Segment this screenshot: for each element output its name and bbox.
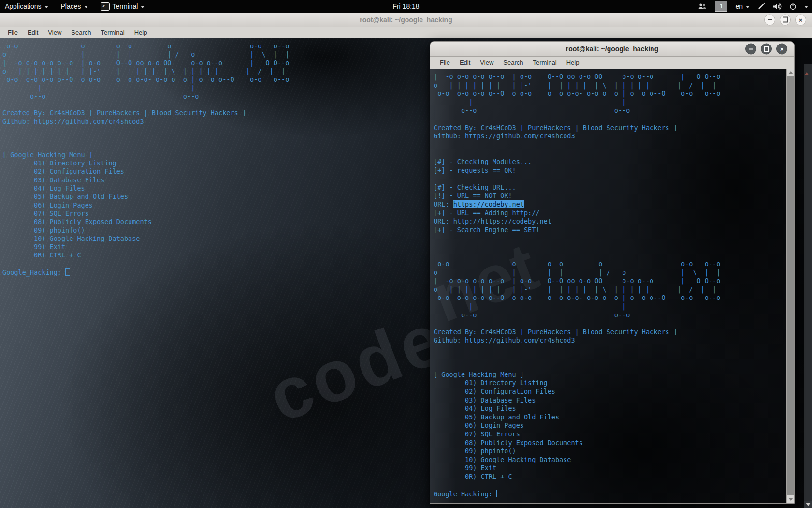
fg-menubar: FileEditViewSearchTerminalHelp <box>430 57 794 69</box>
terminal-app-icon: >_ <box>101 2 110 11</box>
bg-menubar: FileEditViewSearchTerminalHelp <box>0 27 812 39</box>
menu-edit[interactable]: Edit <box>23 28 43 38</box>
gnome-top-bar: Applications Places >_ Terminal Fri 18:1… <box>0 0 812 13</box>
fg-close-button[interactable]: × <box>776 44 787 55</box>
fg-terminal-area[interactable]: net | -o o-o o-o o--o | o-o O--O oo o-o … <box>430 69 794 503</box>
bg-window-titlebar[interactable]: root@kali: ~/google_hacking × <box>0 13 812 27</box>
menu-view[interactable]: View <box>43 28 66 38</box>
menu-search[interactable]: Search <box>66 28 96 38</box>
chevron-down-icon <box>141 6 145 8</box>
volume-icon[interactable] <box>773 3 782 10</box>
fg-maximize-button[interactable] <box>761 44 772 55</box>
chevron-down-icon <box>44 6 48 8</box>
tablet-pen-icon[interactable] <box>757 2 765 10</box>
system-menu-caret[interactable] <box>804 6 808 8</box>
bg-maximize-button[interactable] <box>780 14 791 25</box>
clock[interactable]: Fri 18:18 <box>392 2 419 10</box>
fg-scrollbar-thumb[interactable] <box>787 76 794 495</box>
menu-search[interactable]: Search <box>498 58 528 68</box>
bg-minimize-button[interactable] <box>764 14 775 25</box>
terminal-menu-label: Terminal <box>113 2 138 10</box>
bg-scrollbar[interactable] <box>804 64 812 508</box>
selected-text: https://codeby.net <box>453 200 524 208</box>
fg-window-titlebar[interactable]: root@kali: ~/google_hacking × <box>430 42 794 57</box>
menu-help[interactable]: Help <box>562 58 584 68</box>
workspace-indicator[interactable]: 1 <box>715 1 727 12</box>
applications-label: Applications <box>5 2 42 10</box>
terminal-cursor <box>496 490 501 497</box>
desktop: root@kali: ~/google_hacking × FileEditVi… <box>0 0 812 508</box>
bg-window-title: root@kali: ~/google_hacking <box>360 16 452 24</box>
menu-file[interactable]: File <box>435 58 455 68</box>
menu-view[interactable]: View <box>475 58 498 68</box>
bg-scroll-up-arrow[interactable] <box>804 64 809 75</box>
places-label: Places <box>61 2 81 10</box>
language-selector[interactable]: en <box>735 2 750 10</box>
users-icon[interactable] <box>697 3 707 10</box>
foreground-terminal-window: root@kali: ~/google_hacking × FileEditVi… <box>430 41 795 504</box>
power-icon[interactable] <box>789 3 797 10</box>
menu-edit[interactable]: Edit <box>455 58 475 68</box>
menu-help[interactable]: Help <box>130 28 152 38</box>
places-menu[interactable]: Places <box>61 2 88 10</box>
fg-terminal-output: | -o o-o o-o o--o | o-o O--O oo o-o OO o… <box>430 69 786 499</box>
menu-file[interactable]: File <box>3 28 23 38</box>
menu-terminal[interactable]: Terminal <box>528 58 562 68</box>
terminal-cursor <box>65 268 70 276</box>
menu-terminal[interactable]: Terminal <box>96 28 130 38</box>
bg-close-button[interactable]: × <box>795 14 806 25</box>
fg-scrollbar[interactable] <box>786 69 794 503</box>
fg-scroll-down-button[interactable] <box>787 495 794 503</box>
fg-minimize-button[interactable] <box>745 44 756 55</box>
applications-menu[interactable]: Applications <box>5 2 48 10</box>
chevron-down-icon <box>84 6 88 8</box>
bg-scroll-down-button[interactable] <box>804 501 812 508</box>
chevron-down-icon <box>746 6 750 8</box>
fg-window-title: root@kali: ~/google_hacking <box>566 45 658 53</box>
fg-scroll-up-button[interactable] <box>787 69 794 77</box>
language-label: en <box>735 2 743 10</box>
terminal-app-menu[interactable]: >_ Terminal <box>101 2 145 11</box>
